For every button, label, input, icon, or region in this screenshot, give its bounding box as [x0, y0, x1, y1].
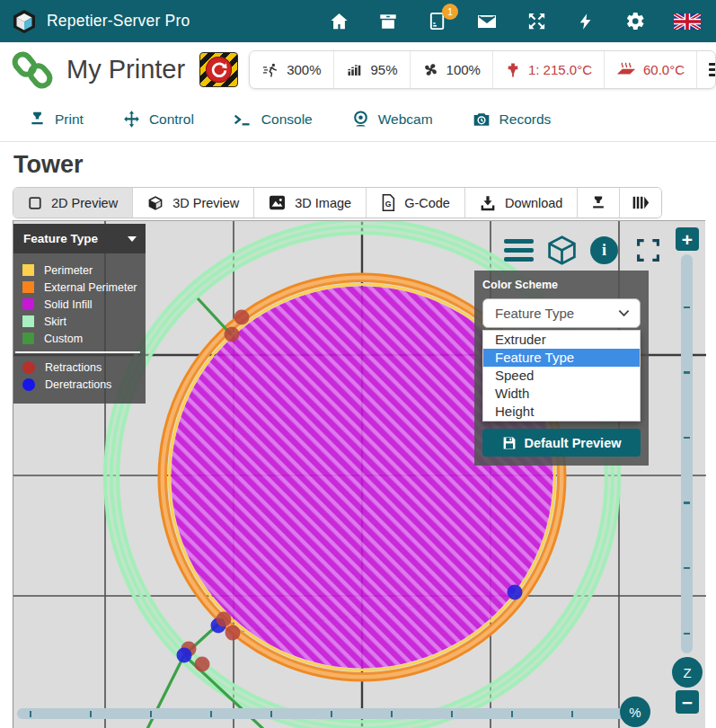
option-feature-type[interactable]: Feature Type — [483, 349, 640, 367]
fullscreen-icon[interactable] — [635, 237, 661, 263]
top-navbar: Repetier-Server Pro 1 — [0, 0, 716, 42]
tab-webcam[interactable]: Webcam — [351, 110, 433, 129]
layers-play-icon — [632, 195, 650, 210]
connection-link-icon — [12, 50, 53, 90]
legend-body: Perimeter External Perimeter Solid Infil… — [13, 253, 146, 404]
custom-swatch — [22, 333, 34, 344]
gcode-2d-preview[interactable]: Feature Type Perimeter External Perimete… — [13, 220, 705, 728]
view-3d-preview-button[interactable]: 3D Preview — [132, 188, 253, 218]
power-bolt-icon[interactable] — [575, 11, 597, 32]
legend-item: Solid Infill — [13, 296, 146, 313]
jobs-count-badge: 1 — [442, 4, 458, 20]
retractions-dot — [22, 361, 35, 374]
flow-multiplier[interactable]: 95% — [333, 51, 410, 88]
print-icon — [28, 110, 47, 129]
tab-console[interactable]: Console — [233, 111, 313, 129]
heated-bed-icon — [616, 61, 636, 78]
download-button[interactable]: Download — [464, 188, 578, 218]
color-scheme-dropdown: Extruder Feature Type Speed Width Height — [482, 330, 641, 422]
vertical-scrollbar[interactable] — [681, 254, 693, 653]
expand-arrows-icon[interactable] — [526, 11, 547, 32]
emergency-stop-icon — [206, 57, 232, 83]
extruder-temperature[interactable]: 1: 215.0°C — [492, 51, 604, 88]
legend-header[interactable]: Feature Type — [13, 224, 146, 253]
layer-view-button[interactable] — [619, 188, 661, 218]
legend-item: Deretractions — [13, 376, 146, 393]
webcam-icon — [351, 110, 370, 129]
option-speed[interactable]: Speed — [483, 367, 640, 385]
speed-multiplier[interactable]: 300% — [250, 51, 332, 88]
archive-box-icon[interactable] — [377, 11, 399, 32]
zoom-in-button[interactable]: + — [676, 227, 699, 251]
default-preview-button[interactable]: Default Preview — [482, 429, 641, 457]
tab-print[interactable]: Print — [28, 110, 84, 129]
fan-speed[interactable]: 100% — [410, 51, 492, 88]
preview-3d-cube-icon[interactable] — [545, 234, 579, 267]
option-width[interactable]: Width — [483, 385, 640, 403]
chevron-down-icon — [128, 236, 137, 242]
navbar-icons: 1 — [328, 11, 701, 32]
download-icon — [480, 195, 496, 211]
main-content: Tower 2D Preview 3D Preview 3D Image G G… — [0, 142, 716, 218]
preview-menu-icon[interactable] — [504, 239, 534, 262]
bed-temp-value: 60.0°C — [643, 62, 685, 77]
info-icon[interactable]: i — [590, 236, 618, 264]
tab-records[interactable]: Records — [472, 111, 552, 129]
records-icon — [472, 111, 491, 129]
speed-value: 300% — [287, 62, 321, 77]
printer-menu-button[interactable] — [696, 51, 716, 88]
console-icon — [233, 111, 253, 129]
language-flag-icon[interactable] — [674, 11, 701, 32]
flow-icon — [346, 62, 364, 78]
save-icon — [502, 436, 517, 450]
skirt-swatch — [22, 315, 34, 327]
feature-legend: Feature Type Perimeter External Perimete… — [13, 224, 146, 404]
cube-icon — [147, 195, 164, 211]
printer-header: My Printer 300% 95% 100% 1: 215.0°C 60.0… — [0, 42, 716, 97]
fan-icon — [422, 61, 439, 78]
color-scheme-panel: Color Scheme Feature Type Extruder Featu… — [474, 271, 649, 466]
square-icon — [28, 196, 42, 210]
legend-item: External Perimeter — [13, 279, 146, 296]
speed-icon — [261, 62, 279, 78]
extruder-icon — [505, 62, 521, 78]
legend-item: Retractions — [13, 359, 146, 376]
view-3d-image-button[interactable]: 3D Image — [253, 188, 366, 218]
deretractions-dot — [22, 378, 35, 391]
svg-text:G: G — [385, 200, 392, 209]
legend-item: Perimeter — [13, 262, 146, 279]
settings-gear-icon[interactable] — [624, 11, 646, 32]
tab-control[interactable]: Control — [122, 110, 194, 129]
option-height[interactable]: Height — [483, 403, 640, 421]
view-2d-preview-button[interactable]: 2D Preview — [13, 188, 132, 218]
fan-value: 100% — [446, 62, 481, 77]
bed-temperature[interactable]: 60.0°C — [604, 51, 696, 88]
print-job-button[interactable] — [577, 188, 619, 218]
view-gcode-button[interactable]: G G-Code — [366, 188, 464, 218]
menu-icon — [709, 63, 716, 76]
control-arrows-icon — [122, 110, 141, 129]
preview-toolbar: i — [504, 234, 661, 267]
view-button-group: 2D Preview 3D Preview 3D Image G G-Code … — [13, 187, 662, 218]
emergency-stop-button[interactable] — [199, 52, 238, 87]
option-extruder[interactable]: Extruder — [483, 331, 640, 349]
mail-icon[interactable] — [476, 11, 498, 32]
color-scheme-select[interactable]: Feature Type — [482, 298, 641, 328]
home-icon[interactable] — [328, 11, 349, 32]
color-scheme-label: Color Scheme — [482, 279, 641, 291]
app-logo-icon — [12, 9, 37, 34]
selected-option: Feature Type — [495, 306, 574, 321]
horizontal-scrollbar[interactable] — [17, 708, 646, 719]
print-jobs-icon[interactable]: 1 — [427, 11, 448, 32]
nozzle-icon — [589, 194, 607, 212]
legend-item: Skirt — [13, 313, 146, 330]
legend-item: Custom — [13, 330, 146, 347]
select-chevron-icon — [618, 309, 630, 317]
z-axis-button[interactable]: Z — [672, 657, 703, 688]
percent-button[interactable]: % — [620, 697, 650, 727]
printer-title: My Printer — [66, 55, 185, 84]
extruder-temp-value: 1: 215.0°C — [528, 62, 592, 77]
job-title: Tower — [0, 142, 716, 187]
zoom-out-button[interactable]: − — [676, 690, 699, 714]
perimeter-swatch — [22, 264, 34, 276]
